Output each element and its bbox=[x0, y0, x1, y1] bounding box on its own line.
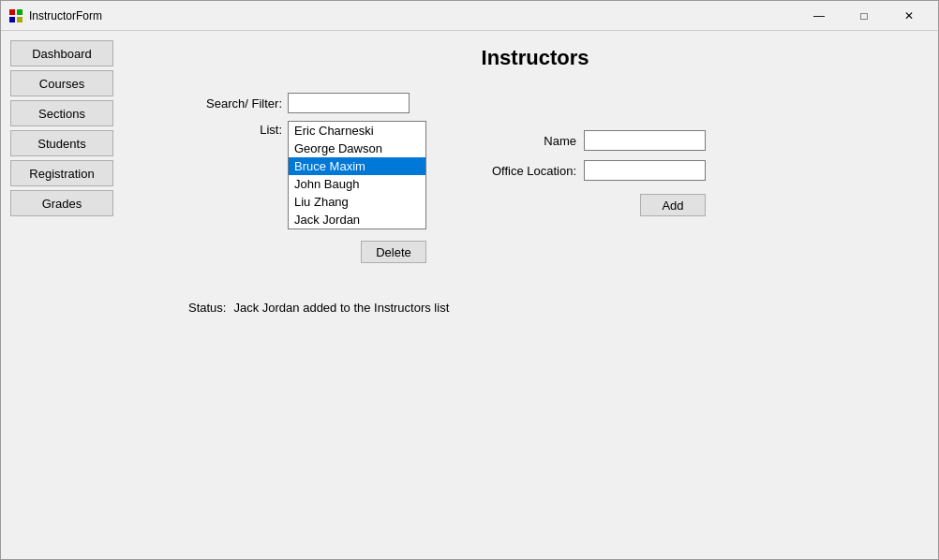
name-input[interactable] bbox=[584, 130, 706, 151]
svg-rect-0 bbox=[9, 9, 15, 15]
title-bar: InstructorForm — □ ✕ bbox=[1, 1, 938, 31]
sidebar-item-courses[interactable]: Courses bbox=[10, 70, 113, 96]
list-item[interactable]: Eric Charneski bbox=[289, 122, 425, 140]
content-area: Instructors Search/ Filter: List: Eric C… bbox=[132, 31, 938, 559]
sidebar-item-dashboard[interactable]: Dashboard bbox=[10, 40, 113, 66]
add-button[interactable]: Add bbox=[640, 194, 706, 216]
page-title: Instructors bbox=[151, 46, 919, 70]
app-icon bbox=[8, 8, 23, 23]
office-location-label: Office Location: bbox=[483, 164, 576, 178]
list-item[interactable]: John Baugh bbox=[289, 175, 425, 193]
close-button[interactable]: ✕ bbox=[887, 4, 931, 28]
svg-rect-2 bbox=[9, 17, 15, 22]
instructor-listbox[interactable]: Eric Charneski George Dawson Bruce Maxim… bbox=[288, 121, 426, 229]
office-location-input[interactable] bbox=[584, 160, 706, 181]
search-input[interactable] bbox=[288, 93, 410, 113]
sidebar-item-sections[interactable]: Sections bbox=[10, 100, 113, 126]
minimize-button[interactable]: — bbox=[797, 4, 841, 28]
sidebar: Dashboard Courses Sections Students Regi… bbox=[1, 31, 132, 559]
name-row: Name bbox=[483, 130, 706, 151]
title-bar-controls: — □ ✕ bbox=[797, 4, 931, 28]
main-window: InstructorForm — □ ✕ Dashboard Courses S… bbox=[0, 0, 939, 560]
svg-rect-3 bbox=[17, 17, 22, 22]
svg-rect-1 bbox=[17, 9, 22, 15]
search-row: Search/ Filter: bbox=[188, 93, 426, 113]
sidebar-item-students[interactable]: Students bbox=[10, 130, 113, 156]
status-text: Jack Jordan added to the Instructors lis… bbox=[233, 301, 449, 315]
list-item[interactable]: Liu Zhang bbox=[289, 193, 425, 211]
add-btn-row: Add bbox=[483, 194, 706, 216]
search-label: Search/ Filter: bbox=[188, 96, 282, 111]
list-item[interactable]: Jack Jordan bbox=[289, 211, 425, 228]
title-bar-left: InstructorForm bbox=[8, 8, 102, 23]
list-label: List: bbox=[188, 121, 282, 137]
main-content: Dashboard Courses Sections Students Regi… bbox=[1, 31, 938, 559]
right-panel: Name Office Location: Add bbox=[483, 130, 706, 216]
form-section: Search/ Filter: List: Eric Charneski Geo… bbox=[188, 93, 919, 263]
status-section: Status: Jack Jordan added to the Instruc… bbox=[188, 301, 919, 315]
list-item[interactable]: George Dawson bbox=[289, 140, 425, 157]
sidebar-item-registration[interactable]: Registration bbox=[10, 160, 113, 186]
status-label: Status: bbox=[188, 301, 226, 315]
sidebar-item-grades[interactable]: Grades bbox=[10, 190, 113, 216]
title-bar-title: InstructorForm bbox=[29, 9, 102, 22]
office-location-row: Office Location: bbox=[483, 160, 706, 181]
left-panel: Search/ Filter: List: Eric Charneski Geo… bbox=[188, 93, 426, 263]
maximize-button[interactable]: □ bbox=[842, 4, 886, 28]
delete-btn-row: Delete bbox=[188, 241, 426, 263]
name-label: Name bbox=[483, 134, 576, 148]
delete-button[interactable]: Delete bbox=[361, 241, 426, 263]
list-row: List: Eric Charneski George Dawson Bruce… bbox=[188, 121, 426, 229]
list-item-selected[interactable]: Bruce Maxim bbox=[289, 157, 425, 175]
